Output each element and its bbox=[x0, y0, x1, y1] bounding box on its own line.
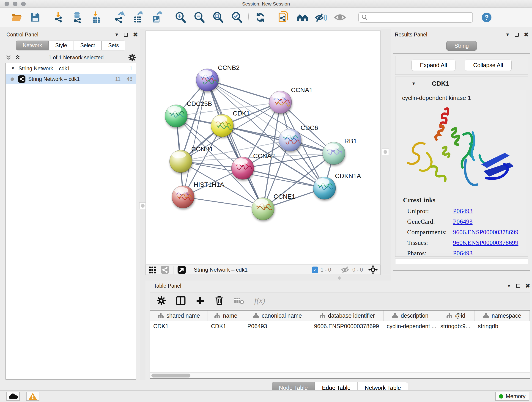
table-panel-close-button[interactable]: ✖ bbox=[525, 282, 530, 289]
crosslink-link[interactable]: P06493 bbox=[453, 249, 473, 257]
table-horizontal-scrollbar[interactable] bbox=[150, 372, 530, 378]
column-header-namespace[interactable]: namespace bbox=[475, 311, 530, 321]
right-splitter-handle[interactable] bbox=[382, 148, 389, 155]
section-collapse-triangle-icon[interactable]: ▼ bbox=[412, 81, 416, 86]
export-image-icon bbox=[151, 12, 163, 23]
column-header-sharedname[interactable]: shared name bbox=[150, 311, 208, 321]
scrollbar-thumb[interactable] bbox=[152, 374, 190, 377]
table-options-gear-icon[interactable] bbox=[157, 296, 166, 305]
copy-style-button[interactable] bbox=[278, 11, 290, 24]
add-column-icon[interactable] bbox=[196, 296, 205, 305]
results-panel-menu-button[interactable]: ▼ bbox=[505, 32, 510, 37]
import-table-file-button[interactable] bbox=[90, 11, 102, 24]
table-cell[interactable]: stringdb bbox=[475, 321, 530, 332]
edge-CCNB2-HIST1H1A[interactable] bbox=[183, 80, 207, 197]
results-tab-string[interactable]: String bbox=[446, 41, 477, 51]
zoom-in-button[interactable] bbox=[175, 11, 186, 24]
node-CDC6[interactable]: CDC6 bbox=[279, 124, 318, 151]
tab-sets[interactable]: Sets bbox=[101, 41, 125, 51]
warnings-button[interactable] bbox=[26, 392, 39, 401]
hide-selected-button[interactable] bbox=[315, 11, 327, 24]
table-cell[interactable]: stringdb:9... bbox=[437, 321, 475, 332]
node-HIST1H1A[interactable]: HIST1H1A bbox=[172, 181, 224, 208]
table-cell[interactable]: P06493 bbox=[244, 321, 311, 332]
table-cell[interactable]: 9606.ENSP00000378699 bbox=[311, 321, 384, 332]
open-session-button[interactable] bbox=[11, 11, 22, 24]
left-splitter[interactable] bbox=[140, 29, 146, 380]
node-label-CDKN1A: CDKN1A bbox=[335, 172, 361, 179]
help-button[interactable]: ? bbox=[481, 11, 493, 24]
import-network-database-button[interactable] bbox=[71, 11, 83, 24]
node-CCNB1[interactable]: CCNB1 bbox=[170, 146, 213, 172]
table-panel-menu-button[interactable]: ▼ bbox=[507, 283, 511, 288]
export-network-button[interactable] bbox=[114, 11, 126, 24]
edge-HIST1H1A-CCNE1[interactable] bbox=[183, 197, 263, 209]
export-image-button[interactable] bbox=[151, 11, 163, 24]
selected-nodes-checkbox[interactable]: ✓ bbox=[312, 267, 318, 273]
results-horizontal-scrollbar[interactable] bbox=[395, 259, 528, 264]
crosslink-link[interactable]: P06493 bbox=[453, 218, 473, 225]
memory-button[interactable]: Memory bbox=[495, 392, 529, 401]
table-cell[interactable]: CDK1 bbox=[150, 321, 208, 332]
collapse-all-networks-icon[interactable] bbox=[15, 55, 21, 61]
network-view-mode-icon[interactable] bbox=[160, 265, 170, 274]
return-to-gallery-button[interactable] bbox=[297, 11, 308, 24]
show-all-button[interactable] bbox=[334, 11, 346, 24]
results-panel-close-button[interactable]: ✖ bbox=[524, 31, 529, 38]
node-CCNB2[interactable]: CCNB2 bbox=[196, 64, 240, 91]
delete-column-icon[interactable] bbox=[215, 296, 224, 306]
network-view-canvas[interactable]: CCNB2CCNA1CDC25BCDK1CDC6RB1CCNB1CCNA2CDK… bbox=[146, 31, 380, 265]
tab-network[interactable]: Network bbox=[16, 41, 49, 51]
toolbar-search bbox=[358, 12, 473, 23]
edge-CCNB2-CCNA1[interactable] bbox=[207, 80, 280, 102]
copy-document-icon bbox=[278, 11, 289, 24]
left-splitter-handle[interactable] bbox=[139, 202, 146, 209]
results-panel-float-button[interactable] bbox=[515, 33, 519, 37]
zoom-selected-button[interactable] bbox=[231, 11, 243, 24]
column-header-databaseidentifier[interactable]: database identifier bbox=[311, 311, 384, 321]
grid-view-icon[interactable] bbox=[148, 266, 157, 274]
show-columns-icon[interactable] bbox=[176, 296, 186, 305]
edge-CCNB2-CCNE1[interactable] bbox=[207, 80, 263, 209]
cloud-status-button[interactable] bbox=[6, 392, 20, 401]
node-CDKN1A[interactable]: CDKN1A bbox=[313, 172, 361, 199]
birds-eye-view-icon[interactable] bbox=[368, 265, 378, 274]
node-CDK1[interactable]: CDK1 bbox=[211, 110, 250, 137]
crosslink-link[interactable]: 9606.ENSP00000378699 bbox=[453, 229, 518, 236]
tab-style[interactable]: Style bbox=[49, 41, 74, 51]
save-session-button[interactable] bbox=[29, 11, 41, 24]
crosslink-link[interactable]: P06493 bbox=[453, 207, 473, 215]
detach-view-icon[interactable] bbox=[177, 265, 186, 274]
column-header-name[interactable]: name bbox=[208, 311, 244, 321]
expand-all-button[interactable]: Expand All bbox=[412, 60, 456, 71]
control-panel-menu-button[interactable]: ▼ bbox=[114, 32, 119, 37]
table-cell[interactable]: cyclin-dependent ... bbox=[384, 321, 437, 332]
search-input[interactable] bbox=[368, 14, 467, 20]
expand-all-networks-icon[interactable] bbox=[6, 55, 12, 61]
column-header-canonicalname[interactable]: canonical name bbox=[244, 311, 311, 321]
zoom-fit-button[interactable] bbox=[212, 11, 224, 24]
collapse-triangle-icon[interactable]: ▼ bbox=[11, 66, 15, 71]
crosslink-link[interactable]: 9606.ENSP00000378699 bbox=[453, 239, 518, 246]
column-header-id[interactable]: @id bbox=[437, 311, 475, 321]
table-cell[interactable]: CDK1 bbox=[208, 321, 244, 332]
zoom-out-button[interactable] bbox=[193, 11, 205, 24]
node-CCNA1[interactable]: CCNA1 bbox=[269, 86, 313, 114]
node-CDC25B[interactable]: CDC25B bbox=[165, 100, 212, 127]
column-header-description[interactable]: description bbox=[384, 311, 437, 321]
crosslink-row: Compartments:9606.ENSP00000378699 bbox=[397, 227, 526, 237]
control-panel-float-button[interactable] bbox=[124, 33, 128, 37]
network-selection-status: 1 of 1 Network selected bbox=[24, 55, 128, 61]
table-panel-float-button[interactable] bbox=[516, 284, 520, 288]
control-panel-close-button[interactable]: ✖ bbox=[133, 31, 138, 38]
import-network-file-button[interactable] bbox=[53, 11, 65, 24]
network-row[interactable]: String Network – cdk1 11 48 bbox=[6, 74, 136, 84]
tab-select[interactable]: Select bbox=[74, 41, 102, 51]
apply-layout-button[interactable] bbox=[254, 11, 266, 24]
export-table-button[interactable] bbox=[133, 11, 144, 24]
network-options-gear-icon[interactable] bbox=[128, 54, 136, 61]
collapse-all-button[interactable]: Collapse All bbox=[465, 60, 512, 71]
right-splitter[interactable] bbox=[380, 29, 391, 274]
network-collection-row[interactable]: ▼ String Network – cdk1 1 bbox=[6, 63, 136, 74]
node-RB1[interactable]: RB1 bbox=[323, 138, 357, 165]
